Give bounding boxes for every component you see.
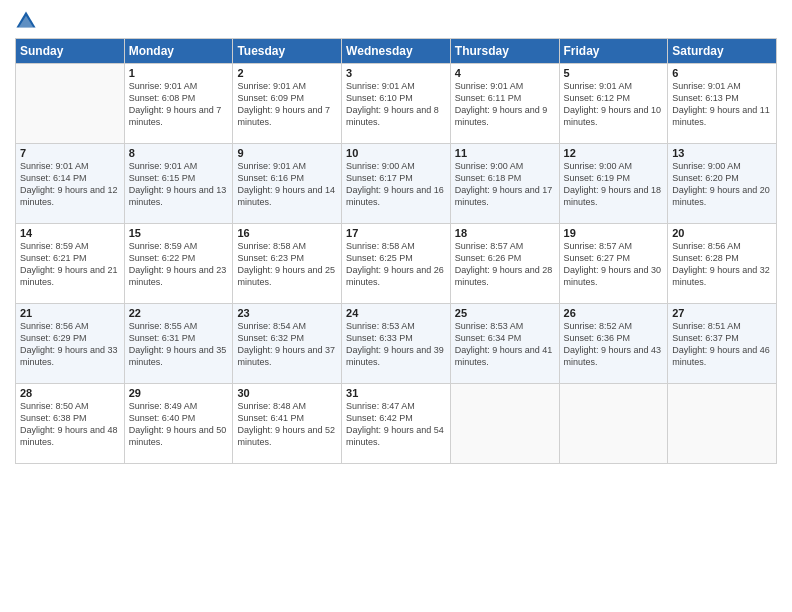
day-number: 26 bbox=[564, 307, 664, 319]
calendar-cell: 13Sunrise: 9:00 AMSunset: 6:20 PMDayligh… bbox=[668, 144, 777, 224]
calendar-cell: 18Sunrise: 8:57 AMSunset: 6:26 PMDayligh… bbox=[450, 224, 559, 304]
calendar-cell bbox=[16, 64, 125, 144]
day-number: 31 bbox=[346, 387, 446, 399]
day-number: 5 bbox=[564, 67, 664, 79]
col-header-thursday: Thursday bbox=[450, 39, 559, 64]
calendar-cell: 12Sunrise: 9:00 AMSunset: 6:19 PMDayligh… bbox=[559, 144, 668, 224]
calendar-cell bbox=[559, 384, 668, 464]
calendar-cell: 28Sunrise: 8:50 AMSunset: 6:38 PMDayligh… bbox=[16, 384, 125, 464]
calendar-cell: 30Sunrise: 8:48 AMSunset: 6:41 PMDayligh… bbox=[233, 384, 342, 464]
calendar-week-3: 14Sunrise: 8:59 AMSunset: 6:21 PMDayligh… bbox=[16, 224, 777, 304]
day-number: 16 bbox=[237, 227, 337, 239]
day-number: 8 bbox=[129, 147, 229, 159]
calendar-cell: 8Sunrise: 9:01 AMSunset: 6:15 PMDaylight… bbox=[124, 144, 233, 224]
day-number: 29 bbox=[129, 387, 229, 399]
col-header-tuesday: Tuesday bbox=[233, 39, 342, 64]
logo bbox=[15, 10, 39, 32]
calendar-header-row: SundayMondayTuesdayWednesdayThursdayFrid… bbox=[16, 39, 777, 64]
calendar-cell: 3Sunrise: 9:01 AMSunset: 6:10 PMDaylight… bbox=[342, 64, 451, 144]
day-info: Sunrise: 8:48 AMSunset: 6:41 PMDaylight:… bbox=[237, 400, 337, 449]
col-header-saturday: Saturday bbox=[668, 39, 777, 64]
day-number: 18 bbox=[455, 227, 555, 239]
calendar-cell: 31Sunrise: 8:47 AMSunset: 6:42 PMDayligh… bbox=[342, 384, 451, 464]
col-header-friday: Friday bbox=[559, 39, 668, 64]
calendar-cell: 17Sunrise: 8:58 AMSunset: 6:25 PMDayligh… bbox=[342, 224, 451, 304]
day-number: 17 bbox=[346, 227, 446, 239]
day-number: 1 bbox=[129, 67, 229, 79]
calendar-cell bbox=[668, 384, 777, 464]
calendar-cell: 29Sunrise: 8:49 AMSunset: 6:40 PMDayligh… bbox=[124, 384, 233, 464]
calendar-cell: 14Sunrise: 8:59 AMSunset: 6:21 PMDayligh… bbox=[16, 224, 125, 304]
day-info: Sunrise: 9:00 AMSunset: 6:20 PMDaylight:… bbox=[672, 160, 772, 209]
calendar-cell: 26Sunrise: 8:52 AMSunset: 6:36 PMDayligh… bbox=[559, 304, 668, 384]
calendar-cell: 10Sunrise: 9:00 AMSunset: 6:17 PMDayligh… bbox=[342, 144, 451, 224]
col-header-wednesday: Wednesday bbox=[342, 39, 451, 64]
day-number: 15 bbox=[129, 227, 229, 239]
calendar-cell: 25Sunrise: 8:53 AMSunset: 6:34 PMDayligh… bbox=[450, 304, 559, 384]
page: SundayMondayTuesdayWednesdayThursdayFrid… bbox=[0, 0, 792, 612]
day-info: Sunrise: 9:01 AMSunset: 6:13 PMDaylight:… bbox=[672, 80, 772, 129]
header bbox=[15, 10, 777, 32]
day-info: Sunrise: 8:59 AMSunset: 6:21 PMDaylight:… bbox=[20, 240, 120, 289]
day-number: 25 bbox=[455, 307, 555, 319]
calendar-week-1: 1Sunrise: 9:01 AMSunset: 6:08 PMDaylight… bbox=[16, 64, 777, 144]
calendar-cell: 20Sunrise: 8:56 AMSunset: 6:28 PMDayligh… bbox=[668, 224, 777, 304]
calendar-cell: 7Sunrise: 9:01 AMSunset: 6:14 PMDaylight… bbox=[16, 144, 125, 224]
day-info: Sunrise: 9:01 AMSunset: 6:12 PMDaylight:… bbox=[564, 80, 664, 129]
col-header-sunday: Sunday bbox=[16, 39, 125, 64]
calendar-cell: 24Sunrise: 8:53 AMSunset: 6:33 PMDayligh… bbox=[342, 304, 451, 384]
day-number: 21 bbox=[20, 307, 120, 319]
calendar-cell: 11Sunrise: 9:00 AMSunset: 6:18 PMDayligh… bbox=[450, 144, 559, 224]
col-header-monday: Monday bbox=[124, 39, 233, 64]
day-info: Sunrise: 9:01 AMSunset: 6:15 PMDaylight:… bbox=[129, 160, 229, 209]
calendar-week-4: 21Sunrise: 8:56 AMSunset: 6:29 PMDayligh… bbox=[16, 304, 777, 384]
calendar-cell: 19Sunrise: 8:57 AMSunset: 6:27 PMDayligh… bbox=[559, 224, 668, 304]
day-info: Sunrise: 9:01 AMSunset: 6:10 PMDaylight:… bbox=[346, 80, 446, 129]
logo-icon bbox=[15, 10, 37, 32]
day-info: Sunrise: 8:55 AMSunset: 6:31 PMDaylight:… bbox=[129, 320, 229, 369]
day-number: 24 bbox=[346, 307, 446, 319]
day-info: Sunrise: 8:56 AMSunset: 6:29 PMDaylight:… bbox=[20, 320, 120, 369]
calendar-table: SundayMondayTuesdayWednesdayThursdayFrid… bbox=[15, 38, 777, 464]
day-info: Sunrise: 9:00 AMSunset: 6:18 PMDaylight:… bbox=[455, 160, 555, 209]
day-info: Sunrise: 9:00 AMSunset: 6:19 PMDaylight:… bbox=[564, 160, 664, 209]
day-number: 6 bbox=[672, 67, 772, 79]
day-info: Sunrise: 8:58 AMSunset: 6:23 PMDaylight:… bbox=[237, 240, 337, 289]
calendar-cell: 1Sunrise: 9:01 AMSunset: 6:08 PMDaylight… bbox=[124, 64, 233, 144]
day-number: 13 bbox=[672, 147, 772, 159]
calendar-cell: 2Sunrise: 9:01 AMSunset: 6:09 PMDaylight… bbox=[233, 64, 342, 144]
day-info: Sunrise: 9:01 AMSunset: 6:11 PMDaylight:… bbox=[455, 80, 555, 129]
day-info: Sunrise: 8:53 AMSunset: 6:34 PMDaylight:… bbox=[455, 320, 555, 369]
day-info: Sunrise: 9:00 AMSunset: 6:17 PMDaylight:… bbox=[346, 160, 446, 209]
day-info: Sunrise: 9:01 AMSunset: 6:14 PMDaylight:… bbox=[20, 160, 120, 209]
calendar-cell: 27Sunrise: 8:51 AMSunset: 6:37 PMDayligh… bbox=[668, 304, 777, 384]
day-info: Sunrise: 8:51 AMSunset: 6:37 PMDaylight:… bbox=[672, 320, 772, 369]
day-info: Sunrise: 8:52 AMSunset: 6:36 PMDaylight:… bbox=[564, 320, 664, 369]
calendar-cell: 15Sunrise: 8:59 AMSunset: 6:22 PMDayligh… bbox=[124, 224, 233, 304]
calendar-cell: 9Sunrise: 9:01 AMSunset: 6:16 PMDaylight… bbox=[233, 144, 342, 224]
calendar-cell: 4Sunrise: 9:01 AMSunset: 6:11 PMDaylight… bbox=[450, 64, 559, 144]
calendar-cell: 16Sunrise: 8:58 AMSunset: 6:23 PMDayligh… bbox=[233, 224, 342, 304]
calendar-cell: 5Sunrise: 9:01 AMSunset: 6:12 PMDaylight… bbox=[559, 64, 668, 144]
day-info: Sunrise: 8:54 AMSunset: 6:32 PMDaylight:… bbox=[237, 320, 337, 369]
day-info: Sunrise: 9:01 AMSunset: 6:16 PMDaylight:… bbox=[237, 160, 337, 209]
calendar-cell: 23Sunrise: 8:54 AMSunset: 6:32 PMDayligh… bbox=[233, 304, 342, 384]
day-info: Sunrise: 9:01 AMSunset: 6:08 PMDaylight:… bbox=[129, 80, 229, 129]
day-number: 12 bbox=[564, 147, 664, 159]
calendar-cell: 21Sunrise: 8:56 AMSunset: 6:29 PMDayligh… bbox=[16, 304, 125, 384]
day-info: Sunrise: 8:56 AMSunset: 6:28 PMDaylight:… bbox=[672, 240, 772, 289]
day-info: Sunrise: 8:59 AMSunset: 6:22 PMDaylight:… bbox=[129, 240, 229, 289]
day-number: 2 bbox=[237, 67, 337, 79]
calendar-week-2: 7Sunrise: 9:01 AMSunset: 6:14 PMDaylight… bbox=[16, 144, 777, 224]
calendar-cell bbox=[450, 384, 559, 464]
day-number: 28 bbox=[20, 387, 120, 399]
day-info: Sunrise: 8:57 AMSunset: 6:26 PMDaylight:… bbox=[455, 240, 555, 289]
day-number: 22 bbox=[129, 307, 229, 319]
day-number: 4 bbox=[455, 67, 555, 79]
day-number: 20 bbox=[672, 227, 772, 239]
day-number: 30 bbox=[237, 387, 337, 399]
day-info: Sunrise: 8:50 AMSunset: 6:38 PMDaylight:… bbox=[20, 400, 120, 449]
day-number: 14 bbox=[20, 227, 120, 239]
day-number: 27 bbox=[672, 307, 772, 319]
day-info: Sunrise: 8:53 AMSunset: 6:33 PMDaylight:… bbox=[346, 320, 446, 369]
